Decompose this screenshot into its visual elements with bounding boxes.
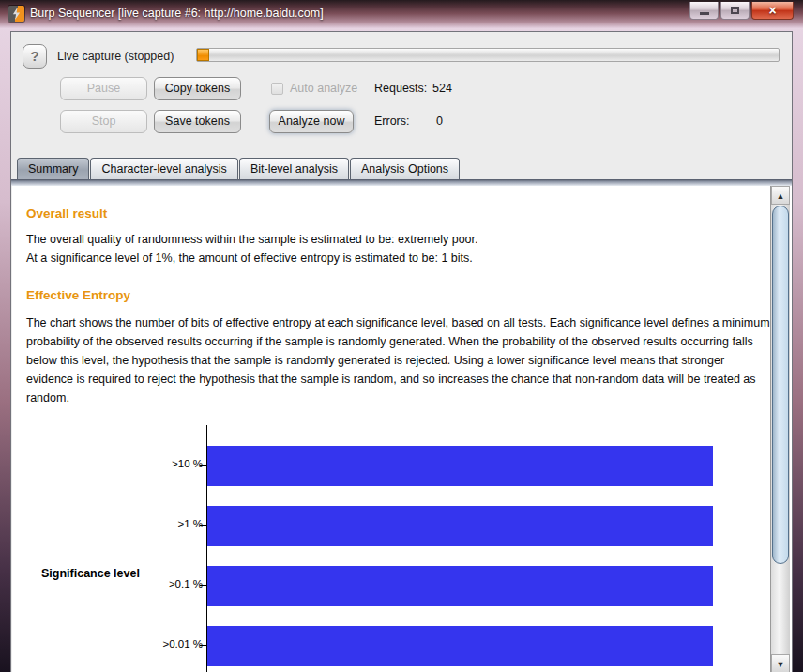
tab-pane-border: [11, 179, 792, 186]
summary-tab-content: Overall result The overall quality of ra…: [12, 186, 792, 672]
scrollbar-thumb[interactable]: [772, 206, 789, 564]
chart-category-label: >0.1 %: [123, 578, 203, 589]
tab-character-level-analysis[interactable]: Character-level analysis: [90, 158, 237, 179]
tab-bit-level-analysis[interactable]: Bit-level analysis: [239, 158, 349, 179]
lightning-bolt-icon: [12, 8, 21, 20]
overall-result-line1: The overall quality of randomness within…: [26, 230, 478, 249]
title-bar[interactable]: Burp Sequencer [live capture #6: http://…: [0, 0, 803, 28]
analyze-now-button[interactable]: Analyze now: [269, 110, 354, 133]
chart-category-label: >1 %: [123, 518, 203, 529]
chart-bar: [207, 566, 713, 606]
chart-bar: [207, 446, 713, 486]
live-capture-status: Live capture (stopped): [57, 44, 174, 69]
requests-label: Requests:: [374, 77, 427, 100]
minimize-button[interactable]: [689, 2, 719, 20]
burp-sequencer-window: Burp Sequencer [live capture #6: http://…: [0, 0, 803, 672]
vertical-scrollbar[interactable]: ▲ ▼: [770, 186, 790, 672]
minimize-icon: [700, 12, 709, 15]
burp-app-icon: [8, 6, 24, 22]
window-title: Burp Sequencer [live capture #6: http://…: [30, 0, 324, 26]
effective-entropy-heading: Effective Entropy: [26, 288, 130, 302]
tab-analysis-options[interactable]: Analysis Options: [350, 158, 460, 179]
chart-tick: [200, 585, 206, 586]
pause-button[interactable]: Pause: [60, 77, 147, 100]
chart-bar: [207, 626, 713, 666]
requests-value: 524: [432, 77, 452, 100]
capture-progress-bar: [196, 48, 780, 62]
scroll-up-icon[interactable]: ▲: [771, 186, 790, 205]
chart-category-label: >0.01 %: [123, 638, 203, 649]
auto-analyze-checkbox[interactable]: [271, 83, 283, 95]
effective-entropy-description: The chart shows the number of bits of ef…: [26, 313, 772, 407]
tab-strip: Summary Character-level analysis Bit-lev…: [17, 158, 461, 179]
chart-tick: [200, 645, 206, 646]
chart-category-label: >10 %: [123, 458, 203, 469]
overall-result-line2: At a significance level of 1%, the amoun…: [26, 249, 473, 267]
save-tokens-button[interactable]: Save tokens: [154, 110, 241, 133]
tab-summary[interactable]: Summary: [17, 158, 89, 179]
chart-tick: [200, 525, 206, 526]
help-button[interactable]: ?: [23, 44, 47, 69]
scroll-down-icon[interactable]: ▼: [771, 654, 790, 672]
close-button[interactable]: ×: [751, 2, 794, 20]
close-icon: ×: [768, 3, 776, 19]
auto-analyze-label: Auto analyze: [290, 77, 357, 100]
chart-bar: [207, 506, 713, 546]
copy-tokens-button[interactable]: Copy tokens: [154, 77, 241, 100]
maximize-button[interactable]: [720, 2, 750, 20]
stop-button[interactable]: Stop: [60, 110, 147, 133]
errors-label: Errors:: [374, 110, 410, 133]
progress-fill: [197, 49, 209, 61]
window-controls: ×: [688, 2, 794, 20]
overall-result-heading: Overall result: [26, 206, 107, 221]
client-area: ? Live capture (stopped) Pause Copy toke…: [10, 31, 793, 672]
chart-tick: [200, 465, 206, 466]
maximize-icon: [731, 7, 739, 14]
errors-value: 0: [436, 110, 443, 133]
